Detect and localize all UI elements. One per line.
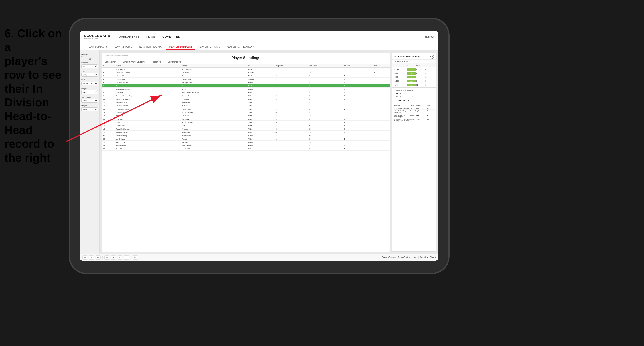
player-select[interactable]: (All) [82, 107, 98, 111]
standings-panel: Update time: 27/03/2024 16:56:26 Player … [102, 53, 390, 252]
nav-signout[interactable]: Sign out [424, 35, 434, 38]
h2h-pct-row: 98.1% [394, 92, 434, 95]
tournament-rows: Amer Ari Intercollegiate Stroke Play 4 -… [394, 107, 435, 122]
sidebar-division: Division NCAA Division I [82, 79, 98, 85]
tab-player-summary[interactable]: PLAYER SUMMARY [166, 44, 195, 50]
save-custom-btn[interactable]: Save Custom View [398, 256, 416, 259]
table-row[interactable]: 22 Ian Gilligan Florida Third 10 24 1 [102, 137, 390, 141]
filter-row: Gender: Men Division: NCAA Division I Re… [104, 61, 387, 63]
tablet-frame: SCOREBOARD Powered by clippi TOURNAMENTS… [69, 18, 450, 274]
sidebar-year: Year (All) [82, 70, 98, 77]
table-row[interactable]: 16 Alex Goff Kentucky Fifth 8 19 0 [102, 117, 390, 121]
h2h-wlt-label-row: W-L-T record in-division: [394, 95, 434, 99]
table-row[interactable]: 10 Jacob Max Olesen Arkansas Fifth 3 25 … [102, 98, 390, 101]
logo-sub: Powered by clippi [84, 38, 110, 40]
h2h-panel: In Division Head-to-Head × Jackson Koivu… [392, 53, 436, 252]
share-btn[interactable]: Share [430, 256, 436, 259]
table-row[interactable]: 13 Phachara Khonon Texas A&M Third 6 30 … [102, 107, 390, 111]
redo-btn[interactable]: ↪ [96, 255, 100, 260]
table-row[interactable]: 23 Jack Lundin Missouri Fourth 11 24 0 [102, 141, 390, 144]
sidebar-conference: Conference (All) [82, 96, 98, 103]
nav-committee[interactable]: COMMITTEE [162, 34, 180, 39]
table-row[interactable]: 15 Jake Hall Tennessee Fifth 5 18 0 [102, 114, 390, 117]
copy-btn[interactable]: ⎘ [118, 255, 122, 260]
refresh-btn[interactable]: ⟳ [133, 255, 138, 260]
col-yr: Yr [247, 64, 274, 68]
filter-division: Division: NCAA Division I [123, 61, 145, 63]
table-row[interactable]: 4 Luke Claton Florida State Second 1 27 … [102, 78, 390, 81]
table-row[interactable]: 18 Luke Powell UCLA First 5 24 1 [102, 124, 390, 127]
tablet-screen: SCOREBOARD Powered by clippi TOURNAMENTS… [80, 31, 438, 261]
col-win: Win [373, 64, 390, 68]
bottom-toolbar: ↩ ↩ ↪ ⊞ ✂ ⎘ … ⟳ View: Original Save Cust… [80, 254, 438, 261]
h2h-player-name: Jackson Koivun [392, 60, 436, 63]
h2h-tournament-table: Tournament Event Type Pos Score Amer Ari… [392, 104, 436, 251]
undo-btn[interactable]: ↩ [82, 255, 87, 260]
year-select[interactable]: (All) [82, 73, 98, 77]
tournament-row: SEC Match Play hosted by Jerry Pate Roun… [394, 118, 435, 122]
sep1 [102, 256, 102, 259]
instruction-text: 6. Click on a player's row to see their … [0, 22, 69, 169]
region-select[interactable]: N/A [82, 90, 98, 94]
logo-text: SCOREBOARD [84, 34, 110, 38]
h2h-header: In Division Head-to-Head × [392, 53, 436, 60]
table-row[interactable]: 8 Mats Ege East Tennessee State Fifth 1 … [102, 91, 390, 94]
table-row[interactable]: 17 David Ford North Carolina Third 5 21 … [102, 121, 390, 124]
table-row[interactable]: 1 Wenyi Ding Arizona State First 1 1 8 1 [102, 68, 390, 71]
no-rds-slider[interactable] [82, 59, 97, 59]
nav-right: Sign out [424, 35, 434, 38]
tournament-header: Tournament Event Type Pos Score [394, 104, 435, 107]
table-row[interactable]: 12 Brendan Valles Auburn Third 4 11 0 [102, 104, 390, 107]
h2h-wlt-row: 674 - 33 - 12 [394, 99, 434, 103]
table-row[interactable]: 25 Cole Sherwood Vanderbilt Third 12 23 … [102, 147, 390, 151]
watch-btn[interactable]: Watch ▾ [420, 256, 428, 259]
col-num: # [102, 64, 115, 68]
update-time: Update time: 27/03/2024 16:56:26 [104, 54, 387, 56]
tournament-row: Amer Ari Intercollegiate Stroke Play 4 -… [394, 107, 435, 110]
nav-bar: SCOREBOARD Powered by clippi TOURNAMENTS… [80, 31, 438, 42]
table-row[interactable]: 19 Tiger Christensen Arizona Third 8 23 … [102, 127, 390, 131]
filter-conference: Conference: All [168, 61, 181, 63]
conference-select[interactable]: (All) [82, 99, 98, 103]
table-row[interactable]: 3 Michael Thorbjornsen Stanford First 2 … [102, 74, 390, 78]
nav-teams[interactable]: TEAMS [146, 34, 156, 39]
standings-table: # Player School Yr Reg Rank Conf Rank No… [102, 64, 390, 252]
standings-title: Player Standings [104, 56, 387, 60]
gender-select[interactable]: Men Women [82, 64, 98, 68]
tab-player-h2h-heatmap[interactable]: PLAYER H2H HEATMAP [223, 44, 257, 50]
tab-team-summary[interactable]: TEAM SUMMARY [84, 44, 110, 50]
main-content: No Rds. 6 Gender Men Women Year [80, 50, 438, 254]
view-original-btn[interactable]: View: Original [382, 256, 396, 259]
table-row[interactable]: 2 Michael La Sasso Ole Miss Second 1 10 … [102, 71, 390, 74]
tab-team-h2h-heatmap[interactable]: TEAM H2H HEATMAP [136, 44, 166, 50]
more-btn[interactable]: … [124, 255, 129, 260]
division-select[interactable]: NCAA Division I [82, 82, 98, 85]
filter-gender: Gender: Men [104, 61, 116, 63]
player-table: # Player School Yr Reg Rank Conf Rank No… [102, 64, 390, 151]
table-row[interactable]: 14 Maxwell Ford North Carolina Third 6 2… [102, 111, 390, 114]
table-row[interactable]: 5 Christo Lamprecht Georgia Tech Fourth … [102, 81, 390, 84]
table-row[interactable]: 9 Preston Summerhays Arizona State Third… [102, 94, 390, 98]
grid-btn[interactable]: ⊞ [104, 255, 109, 260]
undo2-btn[interactable]: ↩ [89, 255, 94, 260]
table-row[interactable]: 24 Bastien Amat New Mexico Fourth 1 27 2 [102, 144, 390, 147]
col-no-rds: No. Rds. [343, 64, 373, 68]
h2h-row: 11-25 20 9 5 [392, 71, 436, 75]
h2h-table-header: Win Loss Tie [392, 63, 436, 67]
table-row[interactable]: 11 Gordon Sargent Vanderbilt Third 4 21 … [102, 101, 390, 104]
col-player: Player [115, 64, 181, 68]
table-row[interactable]: 6 Jackson Koivun Auburn First 1 21 2 [102, 84, 390, 88]
table-row[interactable]: 7 Nicholas Gabrelcik North Florida Fourt… [102, 88, 390, 91]
h2h-close-button[interactable]: × [430, 55, 434, 59]
h2h-row: Top 10 8 3 2 [392, 67, 436, 71]
sub-nav: TEAM SUMMARY TEAM H2H GRID TEAM H2H HEAT… [80, 42, 438, 50]
cut-btn[interactable]: ✂ [111, 255, 116, 260]
tab-player-h2h-grid[interactable]: PLAYER H2H GRID [195, 44, 223, 50]
table-row[interactable]: 21 Taehoon Song Washington Fourth 6 23 2 [102, 134, 390, 137]
tab-team-h2h-grid[interactable]: TEAM H2H GRID [110, 44, 136, 50]
col-conf-rank: Conf Rank [308, 64, 343, 68]
table-row[interactable]: 20 Matthew Riedel Vanderbilt Fifth 8 25 … [102, 131, 390, 134]
sidebar-gender: Gender Men Women [82, 62, 98, 68]
filter-region: Region: All [152, 61, 161, 63]
nav-tournaments[interactable]: TOURNAMENTS [117, 34, 139, 39]
